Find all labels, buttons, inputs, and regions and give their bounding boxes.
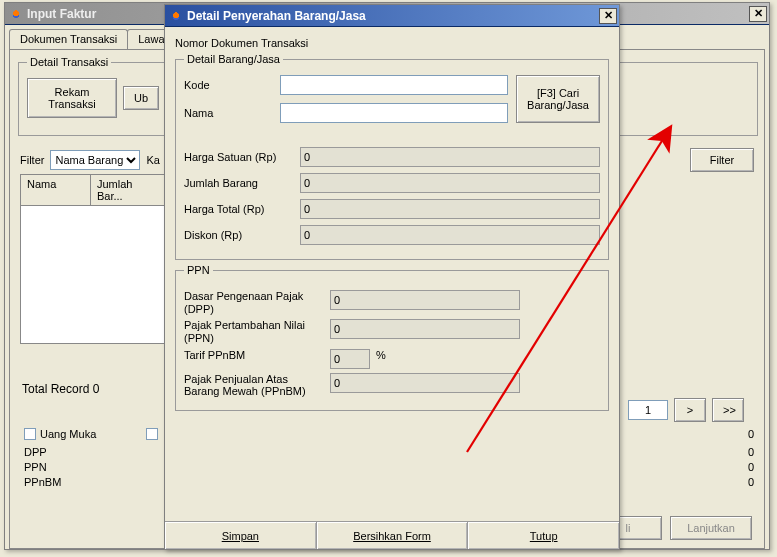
detail-barang-group: Detail Barang/Jasa Kode Nama [F3] Cari B… <box>175 53 609 260</box>
ppn-group: PPN Dasar Pengenaan Pajak (DPP) Pajak Pe… <box>175 264 609 411</box>
lanjutkan-button[interactable]: Lanjutkan <box>670 516 752 540</box>
detail-transaksi-legend: Detail Transaksi <box>27 56 111 68</box>
ppn-legend: PPN <box>184 264 213 276</box>
dpp-label: Dasar Pengenaan Pajak (DPP) <box>184 290 324 315</box>
ppn-input[interactable] <box>330 319 520 339</box>
pagination: > >> <box>628 398 744 422</box>
tutup-button[interactable]: Tutup <box>468 522 619 549</box>
cari-barang-button[interactable]: [F3] Cari Barang/Jasa <box>516 75 600 123</box>
col-jumlah[interactable]: Jumlah Bar... <box>91 175 165 205</box>
harga-total-input[interactable] <box>300 199 600 219</box>
dpp-label: DPP <box>24 446 47 458</box>
harga-satuan-label: Harga Satuan (Rp) <box>184 151 294 164</box>
detail-penyerahan-dialog: Detail Penyerahan Barang/Jasa ✕ Nomor Do… <box>164 4 620 550</box>
kata-kunci-label: Ka <box>146 154 159 166</box>
percent-label: % <box>376 349 386 361</box>
dpp-value: 0 <box>748 446 754 458</box>
close-icon[interactable]: ✕ <box>749 6 767 22</box>
total-record: Total Record 0 <box>22 382 99 396</box>
dialog-title: Detail Penyerahan Barang/Jasa <box>187 9 366 23</box>
dialog-button-bar: Simpan Bersihkan Form Tutup <box>165 521 619 549</box>
tarif-label: Tarif PPnBM <box>184 349 324 362</box>
filter-label: Filter <box>20 154 44 166</box>
uang-muka-checkbox[interactable] <box>24 428 36 440</box>
page-input[interactable] <box>628 400 668 420</box>
bersihkan-form-button[interactable]: Bersihkan Form <box>317 522 469 549</box>
tab-dokumen-transaksi[interactable]: Dokumen Transaksi <box>9 29 128 49</box>
tarif-input[interactable] <box>330 349 370 369</box>
diskon-label: Diskon (Rp) <box>184 229 294 242</box>
ppn-label: PPN <box>24 461 47 473</box>
ppnbm-label: PPnBM <box>24 476 61 488</box>
table-area: Nama Jumlah Bar... <box>20 170 168 348</box>
kode-label: Kode <box>184 79 274 92</box>
nomor-dokumen-label: Nomor Dokumen Transaksi <box>175 37 613 49</box>
kode-input[interactable] <box>280 75 508 95</box>
harga-satuan-input[interactable] <box>300 147 600 167</box>
java-icon <box>169 9 183 23</box>
dpp-input[interactable] <box>330 290 520 310</box>
filter-dropdown[interactable]: Nama Barang <box>50 150 140 170</box>
jumlah-barang-label: Jumlah Barang <box>184 177 294 190</box>
harga-total-label: Harga Total (Rp) <box>184 203 294 216</box>
filter-button[interactable]: Filter <box>690 148 754 172</box>
simpan-button[interactable]: Simpan <box>165 522 317 549</box>
ppn-val-label: Pajak Pertambahan Nilai (PPN) <box>184 319 324 344</box>
next-page-button[interactable]: > <box>674 398 706 422</box>
rekam-transaksi-button[interactable]: Rekam Transaksi <box>27 78 117 118</box>
ppnbm-detail-label: Pajak Penjualan Atas Barang Mewah (PPnBM… <box>184 373 324 398</box>
nama-input[interactable] <box>280 103 508 123</box>
diskon-input[interactable] <box>300 225 600 245</box>
detail-barang-legend: Detail Barang/Jasa <box>184 53 283 65</box>
uang-muka-val: 0 <box>748 428 754 440</box>
ubah-button[interactable]: Ub <box>123 86 159 110</box>
titlebar-detail[interactable]: Detail Penyerahan Barang/Jasa ✕ <box>165 5 619 27</box>
ppnbm-input[interactable] <box>330 373 520 393</box>
data-table[interactable]: Nama Jumlah Bar... <box>20 174 168 344</box>
nama-label: Nama <box>184 107 274 120</box>
uang-muka-label: Uang Muka <box>40 428 96 440</box>
col-nama[interactable]: Nama <box>21 175 91 205</box>
window-title: Input Faktur <box>27 7 96 21</box>
close-icon[interactable]: ✕ <box>599 8 617 24</box>
unknown-checkbox[interactable] <box>146 428 158 440</box>
java-icon <box>9 7 23 21</box>
last-page-button[interactable]: >> <box>712 398 744 422</box>
ppnbm-value: 0 <box>748 476 754 488</box>
jumlah-barang-input[interactable] <box>300 173 600 193</box>
ppn-value: 0 <box>748 461 754 473</box>
